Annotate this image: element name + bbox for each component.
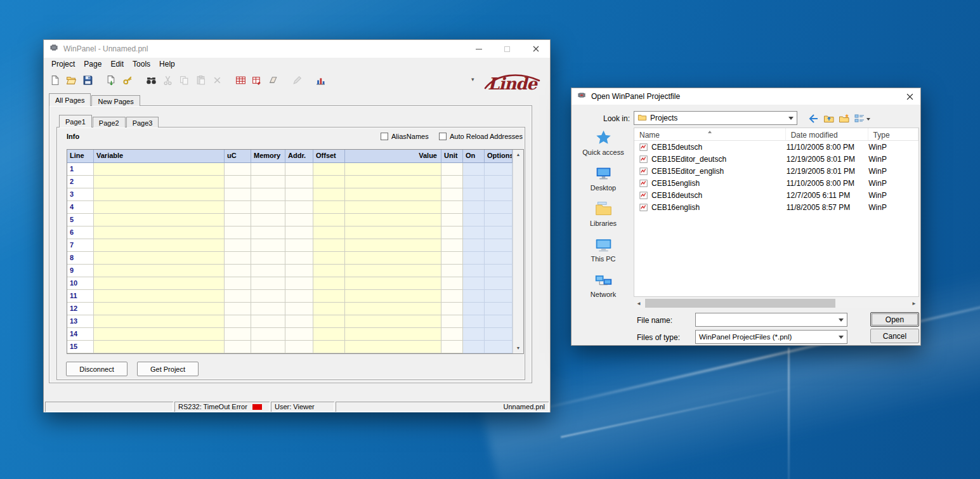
grid-cell[interactable] <box>251 239 285 252</box>
tab-all-pages[interactable]: All Pages <box>49 93 91 106</box>
grid-cell[interactable] <box>345 239 441 252</box>
grid-cell[interactable] <box>463 328 485 341</box>
grid-cell[interactable] <box>441 315 463 328</box>
grid-cell[interactable] <box>313 328 345 341</box>
column-header-date-modified[interactable]: Date modified <box>786 128 868 140</box>
grid-cell[interactable] <box>285 163 313 176</box>
grid-cell[interactable] <box>225 188 251 201</box>
grid-cell[interactable] <box>441 176 463 188</box>
tab-new-pages[interactable]: New Pages <box>91 95 140 106</box>
grid-cell[interactable] <box>485 328 513 341</box>
grid-cell[interactable] <box>441 214 463 226</box>
grid-cell[interactable] <box>94 341 225 353</box>
grid-cell[interactable] <box>345 265 441 277</box>
grid-cell[interactable] <box>441 290 463 303</box>
tab-page1[interactable]: Page1 <box>59 115 92 128</box>
grid-cell[interactable] <box>345 315 441 328</box>
key-icon[interactable] <box>121 73 135 88</box>
grid-cell[interactable] <box>285 176 313 188</box>
grid-cell[interactable] <box>345 176 441 188</box>
paste-table-icon[interactable] <box>250 73 265 88</box>
grid-cell[interactable] <box>285 328 313 341</box>
grid-cell[interactable] <box>251 328 285 341</box>
toolbar-overflow-chevron[interactable]: ▾ <box>471 76 474 82</box>
grid-cell[interactable] <box>313 290 345 303</box>
grid-cell[interactable] <box>313 303 345 315</box>
grid-cell[interactable] <box>94 163 225 176</box>
dialog-titlebar[interactable]: Open WinPanel Projectfile <box>572 88 920 105</box>
grid-cell[interactable] <box>345 341 441 353</box>
grid-cell[interactable] <box>251 188 285 201</box>
grid-cell[interactable] <box>441 201 463 214</box>
grid-cell[interactable] <box>345 201 441 214</box>
grid-cell[interactable] <box>345 163 441 176</box>
grid-cell[interactable] <box>441 163 463 176</box>
find-icon[interactable] <box>144 73 159 88</box>
maximize-button[interactable] <box>493 40 521 58</box>
new-document-icon[interactable] <box>48 73 62 88</box>
delete-icon[interactable] <box>210 73 225 88</box>
grid-cell[interactable] <box>225 303 251 315</box>
grid-cell[interactable] <box>441 226 463 239</box>
grid-cell[interactable] <box>285 214 313 226</box>
grid-cell[interactable] <box>94 315 225 328</box>
grid-cell[interactable] <box>345 188 441 201</box>
tab-page3[interactable]: Page3 <box>126 117 159 128</box>
get-project-button[interactable]: Get Project <box>137 362 199 376</box>
grid-cell[interactable] <box>285 226 313 239</box>
grid-cell[interactable] <box>285 201 313 214</box>
grid-cell[interactable] <box>251 176 285 188</box>
grid-cell[interactable] <box>463 163 485 176</box>
grid-cell[interactable] <box>485 290 513 303</box>
sidebar-item-desktop[interactable]: Desktop <box>574 164 632 192</box>
grid-cell[interactable] <box>441 188 463 201</box>
grid-cell[interactable] <box>251 214 285 226</box>
grid-cell[interactable] <box>485 277 513 290</box>
menu-page[interactable]: Page <box>79 58 106 70</box>
grid-cell[interactable] <box>225 163 251 176</box>
grid-cell[interactable] <box>285 341 313 353</box>
grid-cell[interactable] <box>313 201 345 214</box>
scroll-right-arrow[interactable]: ► <box>909 301 919 306</box>
grid-cell[interactable] <box>313 226 345 239</box>
grid-cell[interactable] <box>345 290 441 303</box>
sidebar-item-libraries[interactable]: Libraries <box>574 200 632 227</box>
save-project-icon[interactable] <box>81 73 95 88</box>
grid-cell[interactable] <box>463 176 485 188</box>
grid-cell[interactable] <box>313 188 345 201</box>
files-of-type-combo[interactable]: WinPanel ProjectFiles (*.pnl) <box>695 330 847 344</box>
vertical-scrollbar[interactable]: ▲ ▼ <box>513 150 523 353</box>
grid-cell[interactable] <box>251 315 285 328</box>
grid-cell[interactable] <box>313 315 345 328</box>
grid-cell[interactable] <box>251 226 285 239</box>
grid-cell[interactable] <box>485 252 513 265</box>
menu-tools[interactable]: Tools <box>128 58 155 70</box>
titlebar[interactable]: WinPanel - Unnamed.pnl <box>44 40 550 58</box>
grid-cell[interactable] <box>225 201 251 214</box>
pen-icon[interactable] <box>290 73 304 88</box>
grid-cell[interactable] <box>345 277 441 290</box>
grid-cell[interactable] <box>345 214 441 226</box>
grid-cell[interactable] <box>94 176 225 188</box>
horizontal-scrollbar[interactable]: ◄ ► <box>634 298 919 308</box>
grid-cell[interactable] <box>463 315 485 328</box>
minimize-button[interactable] <box>464 40 493 58</box>
grid-cell[interactable] <box>285 303 313 315</box>
grid-cell[interactable] <box>251 252 285 265</box>
grid-cell[interactable] <box>285 265 313 277</box>
grid-cell[interactable] <box>94 290 225 303</box>
grid-cell[interactable] <box>345 328 441 341</box>
grid-cell[interactable] <box>94 303 225 315</box>
file-name-combo[interactable] <box>695 313 847 327</box>
grid-cell[interactable] <box>463 214 485 226</box>
grid-cell[interactable] <box>441 265 463 277</box>
grid-cell[interactable] <box>485 239 513 252</box>
grid-cell[interactable] <box>313 265 345 277</box>
sidebar-item-network[interactable]: Network <box>574 271 632 298</box>
scroll-down-arrow[interactable]: ▼ <box>513 343 523 353</box>
paste-icon[interactable] <box>193 73 208 88</box>
grid-cell[interactable] <box>463 201 485 214</box>
grid-cell[interactable] <box>463 265 485 277</box>
grid-cell[interactable] <box>94 201 225 214</box>
grid-cell[interactable] <box>94 226 225 239</box>
